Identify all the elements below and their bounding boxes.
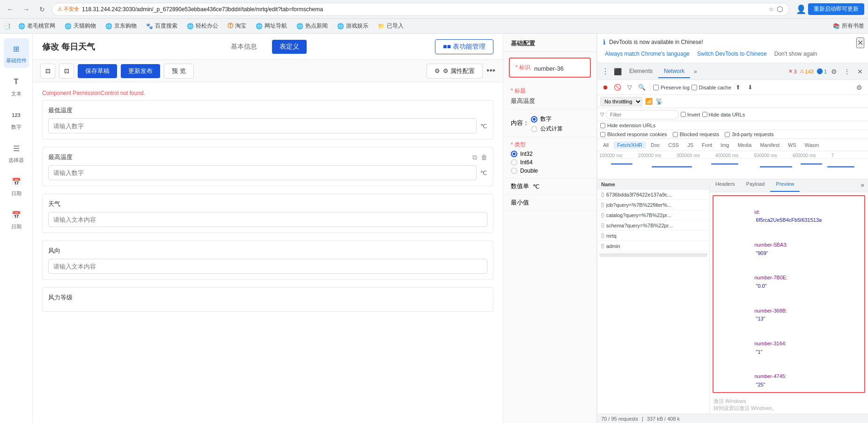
extension-icon[interactable]: ⬡ (777, 5, 783, 14)
blocked-cookies-label[interactable]: Blocked response cookies (600, 131, 667, 137)
notif-close-button[interactable]: ✕ (856, 37, 864, 48)
tab-form-def[interactable]: 表定义 (272, 40, 307, 54)
tab-network[interactable]: Network (658, 65, 690, 78)
save-draft-button[interactable]: 保存草稿 (78, 64, 117, 78)
publish-button[interactable]: 更新发布 (121, 64, 160, 78)
blocked-requests-checkbox[interactable] (673, 132, 678, 137)
request-item-0[interactable]: {} 6736bdda3f78422e137a9c... (597, 190, 709, 200)
sidebar-item-date2[interactable]: 📅 日期 (4, 204, 29, 234)
type-wasm[interactable]: Wasm (801, 141, 823, 149)
type-ws[interactable]: WS (784, 141, 800, 149)
type-img[interactable]: Img (717, 141, 733, 149)
bookmark-news[interactable]: 🌐 热点新闻 (293, 21, 331, 31)
tab-basic-info[interactable]: 基本信息 (223, 40, 265, 54)
icon-btn-1[interactable]: ⊡ (40, 64, 55, 79)
type-fetch-xhr[interactable]: Fetch/XHR (613, 141, 646, 149)
type-font[interactable]: Font (698, 141, 716, 149)
match-language-button[interactable]: Always match Chrome's language (603, 50, 691, 58)
bookmark-taobao[interactable]: Ⓣ 淘宝 (224, 21, 250, 31)
restart-button[interactable]: 重新启动即可更新 (808, 3, 864, 15)
type-all[interactable]: All (599, 141, 612, 149)
bookmark-jd[interactable]: 🌐 京东购物 (102, 21, 140, 31)
settings-icon[interactable]: ⚙ (828, 66, 840, 78)
icon-btn-2[interactable]: ⊡ (59, 64, 74, 79)
hide-extension-checkbox[interactable] (600, 123, 605, 128)
close-devtools-icon[interactable]: ✕ (854, 66, 866, 78)
filter-input[interactable] (606, 110, 679, 119)
preview-button[interactable]: 预 览 (164, 64, 194, 79)
copy-icon[interactable]: ⧉ (472, 153, 477, 161)
third-party-checkbox[interactable] (725, 132, 730, 137)
type-radio-int64[interactable]: Int64 (511, 159, 589, 166)
invert-label[interactable]: Invert (681, 112, 700, 117)
url-bar[interactable]: ⚠ 不安全 118.31.244.242:3030/admin/_p_67289… (51, 3, 789, 16)
search-icon-btn[interactable]: 🔍 (637, 82, 647, 93)
network-settings-icon[interactable]: ⚙ (853, 81, 865, 94)
blocked-requests-label[interactable]: Blocked requests (673, 131, 719, 137)
devtools-inspect-icon[interactable]: ⬛ (611, 66, 624, 78)
type-css[interactable]: CSS (665, 141, 683, 149)
dont-show-button[interactable]: Don't show again (772, 50, 819, 58)
prop-config-button[interactable]: ⚙ ⚙ 属性配置 (427, 64, 483, 79)
preview-close-button[interactable]: » (857, 179, 868, 192)
max-temp-input[interactable] (48, 165, 477, 180)
sidebar-item-date1[interactable]: 📅 日期 (4, 171, 29, 201)
type-js[interactable]: JS (684, 141, 697, 149)
type-radio-int32[interactable]: Int32 (511, 151, 589, 157)
invert-checkbox[interactable] (681, 112, 686, 117)
preserve-log-checkbox[interactable] (653, 85, 659, 90)
third-party-label[interactable]: 3rd-party requests (725, 131, 773, 137)
min-temp-input[interactable] (48, 118, 477, 133)
preserve-log-label[interactable]: Preserve log (653, 85, 690, 90)
bookmark-tianmao[interactable]: 🌐 天猫购物 (61, 21, 100, 31)
import-icon[interactable]: ⬆ (733, 82, 743, 93)
request-item-4[interactable]: {} mrtq (597, 231, 709, 241)
bookmark-laomao[interactable]: 🌐 老毛桃官网 (15, 21, 59, 31)
sidebar-item-basic-control[interactable]: ⊞ 基础控件 (4, 38, 29, 68)
hide-extension-label[interactable]: Hide extension URLs (600, 123, 655, 128)
prev-tab-headers[interactable]: Headers (710, 179, 741, 192)
prev-tab-payload[interactable]: Payload (741, 179, 771, 192)
hide-data-urls-checkbox[interactable] (702, 112, 707, 117)
export-icon[interactable]: ⬇ (745, 82, 756, 93)
request-item-1[interactable]: {} job?query=%7B%22filter%... (597, 200, 709, 210)
more-options-icon[interactable]: ⋮ (841, 66, 853, 78)
switch-chinese-button[interactable]: Switch DevTools to Chinese (695, 50, 769, 58)
sidebar-item-text[interactable]: T 文本 (4, 72, 29, 101)
refresh-button[interactable]: ↻ (36, 3, 49, 16)
request-item-3[interactable]: {} schema?query=%7B%22pr... (597, 220, 709, 231)
sidebar-item-selector[interactable]: ☰ 选择器 (4, 138, 29, 168)
type-media[interactable]: Media (734, 141, 755, 149)
tab-elements[interactable]: Elements (624, 65, 658, 78)
more-button[interactable]: ••• (486, 66, 495, 76)
throttle-select[interactable]: No throttling (600, 97, 642, 106)
bookmark-imported[interactable]: 📁 已导入 (374, 21, 407, 31)
delete-icon[interactable]: 🗑 (481, 153, 487, 161)
forward-button[interactable]: → (20, 3, 33, 16)
prev-tab-preview[interactable]: Preview (770, 179, 800, 192)
record-button[interactable]: ⏺ (600, 82, 611, 93)
back-button[interactable]: ← (4, 3, 17, 16)
type-radio-double[interactable]: Double (511, 168, 589, 174)
request-item-2[interactable]: {} catalog?query=%7B%22pr... (597, 210, 709, 220)
devtools-menu-icon[interactable]: ⋮ (599, 66, 611, 78)
blocked-cookies-checkbox[interactable] (600, 132, 605, 137)
bookmark-office[interactable]: 🌐 轻松办公 (183, 21, 222, 31)
tab-more[interactable]: » (690, 66, 701, 77)
disable-cache-checkbox[interactable] (691, 85, 697, 90)
type-doc[interactable]: Doc (647, 141, 664, 149)
profile-icon[interactable]: 👤 (796, 4, 806, 15)
hide-data-urls-label[interactable]: Hide data URLs (702, 112, 745, 117)
bookmark-baidu[interactable]: 🐾 百度搜索 (142, 21, 181, 31)
disable-cache-label[interactable]: Disable cache (691, 85, 731, 90)
content-radio-number[interactable]: 数字 (531, 115, 563, 123)
clear-button[interactable]: 🚫 (612, 82, 623, 93)
weather-input[interactable] (48, 212, 487, 227)
type-manifest[interactable]: Manifest (756, 141, 783, 149)
bookmark-games[interactable]: 🌐 游戏娱乐 (333, 21, 372, 31)
content-radio-formula[interactable]: 公式计算 (531, 125, 563, 133)
filter-icon-btn[interactable]: ▽ (625, 82, 635, 93)
star-icon[interactable]: ☆ (769, 6, 774, 13)
wind-dir-input[interactable] (48, 259, 487, 274)
request-item-5[interactable]: {} admin (597, 241, 709, 251)
